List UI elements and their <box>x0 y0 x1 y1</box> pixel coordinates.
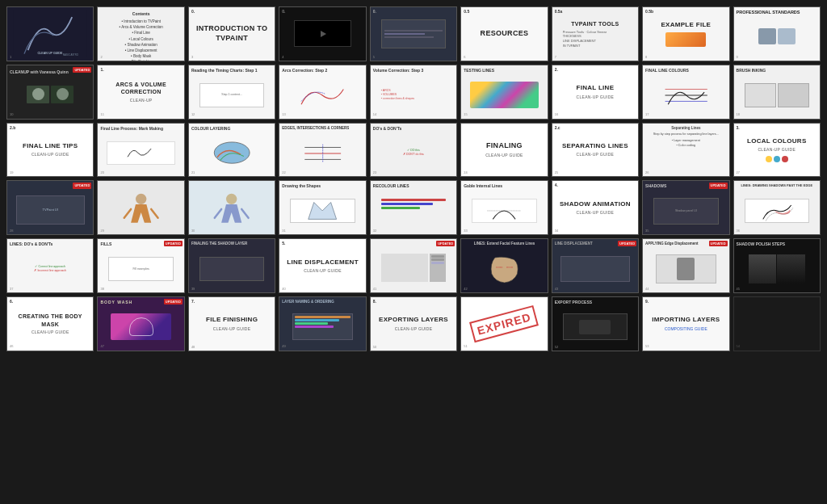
slide-index-23: 23 <box>373 170 376 174</box>
slide-43[interactable]: UPDATED LINE DISPLACEMENT 43 <box>552 238 639 293</box>
slide-7[interactable]: 0.5a TVPAINT TOOLS Pressure Tools · Colo… <box>552 6 639 61</box>
slide-22[interactable]: EDGES, INTERSECTIONS & CORNERS 22 <box>279 123 366 178</box>
slide-23[interactable]: DO's & DON'Ts ✓ DO this ✗ DON'T do this … <box>370 123 457 178</box>
slide-index-52: 52 <box>555 345 558 349</box>
slide-num-46: 6. <box>10 299 13 304</box>
slide-34[interactable]: 4. SHADOW ANIMATION CLEAN-UP GUIDE 34 <box>552 180 639 235</box>
slide-index-51: 51 <box>464 344 467 348</box>
slide-41[interactable]: UPDATED 41 <box>370 238 457 293</box>
slide-index-9: 9 <box>737 55 738 59</box>
slide-29[interactable]: 29 <box>97 180 184 235</box>
slide-sub-19: CLEAN-UP GUIDE <box>31 152 69 158</box>
slide-46[interactable]: 6. Creating The Body Mask CLEAN-UP GUIDE… <box>6 296 94 351</box>
slide-index-4: 4 <box>282 55 283 59</box>
slide-num-16: 2. <box>555 67 558 73</box>
slide-33[interactable]: Gable Internal Lines 33 <box>460 180 548 235</box>
slide-sub-48: CLEAN-UP GUIDE <box>213 326 251 332</box>
slide-index-20: 20 <box>100 170 103 174</box>
slide-39[interactable]: FINALING THE SHADOW LAYER 39 <box>188 238 275 293</box>
slide-13[interactable]: Arcs Correction: Step 2 13 <box>279 65 366 120</box>
slide-8[interactable]: 0.5b EXAMPLE FILE 8 <box>642 6 729 61</box>
slide-4[interactable]: 0. 4 <box>279 6 366 61</box>
slide-12[interactable]: Reading the Timing Charts: Step 1 Step 1… <box>188 65 275 120</box>
slide-37[interactable]: LINES: DO's & DON'Ts ✓ Correct line appr… <box>6 238 94 293</box>
slide-45[interactable]: SHADOW POLISH STEPS 45 <box>733 238 821 293</box>
slide-38[interactable]: UPDATED FILLS Fill examples 38 <box>97 238 184 293</box>
svg-point-12 <box>136 194 146 204</box>
updated-badge-47: UPDATED <box>164 299 183 304</box>
slide-19[interactable]: 2.b FINAL LINE TIPS CLEAN-UP GUIDE 19 <box>6 123 94 178</box>
slide-index-17: 17 <box>645 112 649 116</box>
slide-index-1: 1 <box>10 55 11 59</box>
slides-grid: CLEAN UP GUIDE MAGIC ASTRO 1 Contents • … <box>6 6 821 409</box>
slide-49[interactable]: LAYER NAMING & ORDERING 49 <box>279 296 366 351</box>
slide-num-53: 9. <box>645 299 649 304</box>
slide-sub-46: CLEAN-UP GUIDE <box>31 330 69 335</box>
slide-index-22: 22 <box>282 170 285 174</box>
slide-30[interactable]: 30 <box>188 180 275 235</box>
slide-15[interactable]: TESTING LINES 15 <box>460 65 548 120</box>
slide-num-25: 2.c <box>555 125 560 131</box>
slide-31[interactable]: Drawing the Shapes 31 <box>279 180 366 235</box>
slide-index-12: 12 <box>191 112 195 116</box>
updated-badge-35: UPDATED <box>709 183 728 188</box>
slide-index-32: 32 <box>373 229 376 233</box>
svg-line-14 <box>151 209 157 218</box>
slide-index-46: 46 <box>10 344 13 348</box>
slide-11[interactable]: 1. Arcs & Volume Correction CLEAN-UP 11 <box>97 65 184 120</box>
updated-badge-28: UPDATED <box>73 183 91 188</box>
svg-text:CLEAN UP GUIDE: CLEAN UP GUIDE <box>38 52 64 55</box>
slide-14[interactable]: Volume Correction: Step 3 • ARCS • VOLUM… <box>370 65 457 120</box>
slide-26[interactable]: Separating Lines Step by step process fo… <box>642 123 729 178</box>
slide-32[interactable]: RECOLOUR LINES 32 <box>370 180 457 235</box>
slide-index-28: 28 <box>10 229 13 233</box>
slide-sub-25: CLEAN-UP GUIDE <box>577 152 615 158</box>
slide-42[interactable]: LINES: Extend Facial Feature Lines 42 <box>460 238 548 293</box>
slide-2[interactable]: Contents • Introduction to TVPaint • Arc… <box>97 6 184 61</box>
slide-title-46: Creating The Body Mask <box>10 313 90 327</box>
slide-50[interactable]: 8. EXPORTING LAYERS CLEAN-UP GUIDE 50 <box>370 296 457 351</box>
slide-num-40: 5. <box>282 241 285 246</box>
slide-num-5: 0. <box>373 9 376 15</box>
slide-sub-24: CLEAN-UP GUIDE <box>485 153 523 158</box>
slide-24[interactable]: FINALING CLEAN-UP GUIDE 24 <box>460 123 548 178</box>
slide-47[interactable]: UPDATED BODY WASH 47 <box>97 296 184 351</box>
slide-index-36: 36 <box>737 229 740 233</box>
slide-48[interactable]: 7. FILE FINISHING CLEAN-UP GUIDE 48 <box>188 296 275 351</box>
slide-21[interactable]: COLOUR LAYERING 21 <box>188 123 275 178</box>
slide-title-48: FILE FINISHING <box>206 316 258 324</box>
slide-index-48: 48 <box>191 345 195 349</box>
svg-line-13 <box>124 209 131 218</box>
slide-index-3: 3 <box>191 55 193 59</box>
slide-51[interactable]: EXPIRED 51 <box>460 296 548 351</box>
slide-3[interactable]: 0. INTRODUCTION TOTVPAINT 3 <box>188 6 275 61</box>
slide-27[interactable]: 3. LOCAL COLOURS CLEAN-UP GUIDE 27 <box>733 123 821 178</box>
slide-25[interactable]: 2.c SEPARATING LINES CLEAN-UP GUIDE 25 <box>552 123 639 178</box>
slide-53[interactable]: 9. IMPORTING LAYERS COMPOSITING GUIDE 53 <box>642 296 729 351</box>
slide-index-7: 7 <box>555 55 556 59</box>
svg-point-7 <box>214 142 250 163</box>
slide-5[interactable]: 0. 5 <box>370 6 457 61</box>
slide-18[interactable]: BRUSH INKING 18 <box>733 65 821 120</box>
slide-index-24: 24 <box>464 170 467 174</box>
slide-40[interactable]: 5. LINE DISPLACEMENT CLEAN-UP GUIDE 40 <box>279 238 366 293</box>
slide-6[interactable]: 0.5 RESOURCES 6 <box>460 6 548 61</box>
slide-index-45: 45 <box>737 287 740 291</box>
slide-num-11: 1. <box>100 67 103 73</box>
slide-1[interactable]: CLEAN UP GUIDE MAGIC ASTRO 1 <box>6 6 94 61</box>
slide-52[interactable]: EXPORT PROCESS 52 <box>552 296 639 351</box>
slide-index-37: 37 <box>10 287 13 291</box>
slide-9[interactable]: PROFESSIONAL STANDARDS 9 <box>733 6 821 61</box>
svg-line-17 <box>242 209 249 218</box>
slide-num-3: 0. <box>191 9 195 15</box>
slide-index-31: 31 <box>282 229 285 233</box>
slide-35[interactable]: UPDATED SHADOWS Shadow panel UI 35 <box>642 180 729 235</box>
slide-28[interactable]: UPDATED TVPaint UI 28 <box>6 180 94 235</box>
slide-16[interactable]: 2. FINAL LINE CLEAN-UP GUIDE 16 <box>552 65 639 120</box>
slide-44[interactable]: UPDATED APPLYING Edge Displacement 44 <box>642 238 729 293</box>
slide-17[interactable]: FINAL LINE COLOURS 17 <box>642 65 729 120</box>
slide-20[interactable]: Final Line Process: Mark Making 20 <box>97 123 184 178</box>
slide-36[interactable]: LINES: DRAWING SHADOWS PAST THE EDGE 36 <box>733 180 821 235</box>
slide-10[interactable]: UPDATED CLEANUP with Vanessa Quinn 10 <box>6 65 94 120</box>
slide-index-5: 5 <box>373 55 375 59</box>
